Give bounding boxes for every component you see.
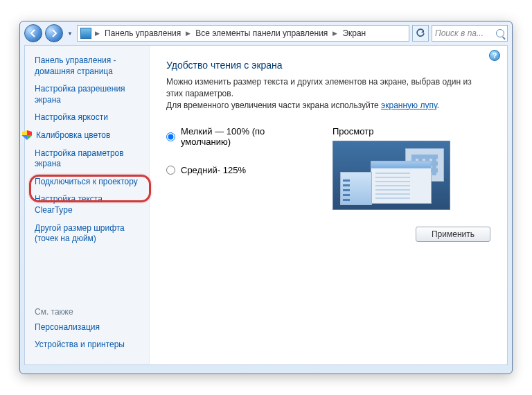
chevron-right-icon: ▶ — [94, 30, 101, 37]
control-panel-icon — [80, 28, 91, 39]
radio-small[interactable] — [166, 132, 175, 141]
sidebar-see-also-devices[interactable]: Устройства и принтеры — [35, 340, 142, 351]
sidebar-item-display-settings[interactable]: Настройка параметров экрана — [35, 148, 142, 170]
breadcrumb-part[interactable]: Панель управления — [103, 28, 182, 38]
nav-bar: ▼ ▶ Панель управления ▶ Все элементы пан… — [20, 21, 512, 45]
radio-small-label: Мелкий — 100% (по умолчанию) — [181, 126, 312, 147]
breadcrumb-part[interactable]: Все элементы панели управления — [194, 28, 329, 38]
client-area: Панель управления - домашняя страница На… — [24, 45, 508, 365]
desc-line1: Можно изменить размер текста и других эл… — [166, 77, 472, 98]
desc-line2-suffix: . — [437, 100, 439, 110]
refresh-button[interactable] — [412, 25, 429, 42]
preview-label: Просмотр — [332, 126, 450, 137]
sidebar-item-cleartype[interactable]: Настройка текста ClearType — [35, 194, 142, 216]
magnifier-link[interactable]: экранную лупу — [381, 100, 437, 110]
help-icon[interactable]: ? — [489, 50, 500, 61]
see-also-heading: См. также — [35, 307, 142, 317]
address-bar[interactable]: ▶ Панель управления ▶ Все элементы панел… — [77, 25, 409, 42]
sidebar-item-projector[interactable]: Подключиться к проектору — [35, 177, 142, 188]
desc-line2-prefix: Для временного увеличения части экрана и… — [166, 100, 381, 110]
sidebar-item-brightness[interactable]: Настройка яркости — [35, 112, 142, 123]
shield-icon — [22, 130, 32, 140]
page-description: Можно изменить размер текста и других эл… — [166, 76, 490, 111]
apply-button[interactable]: Применить — [416, 227, 490, 242]
control-panel-window: ▼ ▶ Панель управления ▶ Все элементы пан… — [19, 21, 513, 374]
sidebar-item-resolution[interactable]: Настройка разрешения экрана — [35, 84, 142, 105]
chevron-right-icon: ▶ — [184, 30, 192, 37]
radio-medium[interactable] — [166, 166, 175, 175]
search-icon — [496, 29, 504, 37]
sidebar-see-also-personalization[interactable]: Персонализация — [35, 322, 142, 333]
sidebar: Панель управления - домашняя страница На… — [25, 46, 150, 365]
radio-medium-label: Средний- 125% — [181, 165, 246, 175]
chevron-right-icon: ▶ — [331, 30, 339, 37]
radio-option-small[interactable]: Мелкий — 100% (по умолчанию) — [166, 126, 312, 147]
back-button[interactable] — [24, 24, 42, 42]
search-input[interactable]: Поиск в па... — [432, 25, 508, 42]
sidebar-item-label: Калибровка цветов — [36, 130, 110, 141]
breadcrumb-part[interactable]: Экран — [341, 28, 367, 38]
sidebar-item-dpi[interactable]: Другой размер шрифта (точек на дюйм) — [35, 223, 142, 245]
forward-button[interactable] — [45, 24, 63, 42]
nav-history-dropdown[interactable]: ▼ — [66, 26, 74, 40]
main-content: ? Удобство чтения с экрана Можно изменит… — [150, 46, 507, 365]
page-title: Удобство чтения с экрана — [166, 60, 490, 71]
sidebar-item-calibration[interactable]: Калибровка цветов — [35, 130, 142, 141]
preview-image — [332, 141, 450, 210]
search-placeholder: Поиск в па... — [435, 28, 484, 38]
radio-option-medium[interactable]: Средний- 125% — [166, 165, 312, 175]
sidebar-home-link[interactable]: Панель управления - домашняя страница — [35, 55, 142, 77]
